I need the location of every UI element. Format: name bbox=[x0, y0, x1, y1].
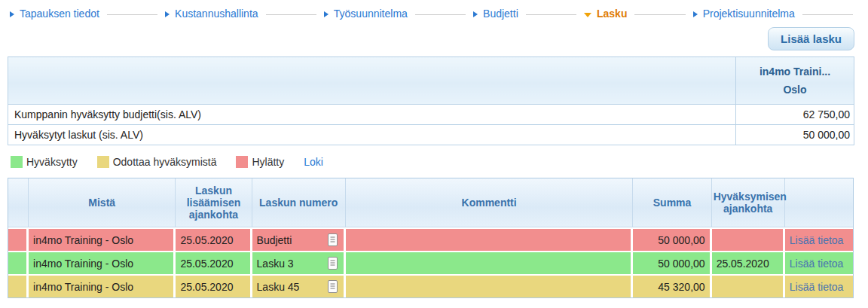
summary-row-approved-invoices: Hyväksytyt laskut (sis. ALV) 50 000,00 bbox=[8, 125, 854, 145]
chevron-right-icon bbox=[10, 11, 14, 17]
invoice-comment bbox=[346, 251, 634, 274]
summary-row-budget: Kumppanin hyväksytty budjetti(sis. ALV) … bbox=[8, 105, 854, 125]
invoice-row-approved: in4mo Training - Oslo 25.05.2020 Lasku 3… bbox=[8, 251, 853, 274]
tab-tapauksen-tiedot[interactable]: Tapauksen tiedot bbox=[10, 8, 99, 20]
invoice-number: Budjetti bbox=[257, 234, 292, 246]
legend-swatch-rejected-icon bbox=[236, 156, 248, 168]
invoice-added-date: 25.05.2020 bbox=[176, 251, 252, 274]
invoice-row-pending: in4mo Training - Oslo 25.05.2020 Lasku 4… bbox=[8, 274, 853, 297]
add-invoice-button[interactable]: Lisää lasku bbox=[768, 27, 854, 50]
tab-budjetti[interactable]: Budjetti bbox=[473, 8, 518, 20]
invoice-sum: 50 000,00 bbox=[633, 227, 711, 251]
invoice-row-rejected: in4mo Training - Oslo 25.05.2020 Budjett… bbox=[8, 227, 853, 251]
invoice-number-cell: Lasku 45 bbox=[252, 274, 346, 297]
chevron-right-icon bbox=[473, 11, 478, 17]
invoice-comment bbox=[346, 227, 634, 251]
invoice-from: in4mo Training - Oslo bbox=[29, 274, 176, 297]
header-comment: Kommentti bbox=[346, 178, 634, 227]
tab-label: Projektisuunnitelma bbox=[703, 8, 795, 20]
status-strip bbox=[8, 274, 29, 297]
tab-lasku-active[interactable]: Lasku bbox=[584, 8, 627, 20]
invoice-actions-cell: Lisää tietoa bbox=[785, 251, 853, 274]
tab-separator-line bbox=[107, 14, 157, 15]
tab-projektisuunnitelma[interactable]: Projektisuunnitelma bbox=[693, 8, 795, 20]
invoice-document-icon[interactable] bbox=[328, 233, 338, 246]
invoice-approved-date: 25.05.2020 bbox=[712, 251, 785, 274]
invoice-approved-date bbox=[712, 227, 785, 251]
chevron-right-icon bbox=[324, 11, 329, 17]
invoice-number: Lasku 45 bbox=[257, 281, 300, 293]
tab-separator-line bbox=[266, 14, 316, 15]
invoice-comment bbox=[346, 274, 634, 297]
tab-separator-line bbox=[415, 14, 466, 15]
summary-row-label: Kumppanin hyväksytty budjetti(sis. ALV) bbox=[8, 105, 736, 125]
tab-tyosuunnitelma[interactable]: Työsuunnitelma bbox=[324, 8, 408, 20]
header-invoice-number: Laskun numero bbox=[252, 178, 346, 227]
legend-label-rejected: Hylätty bbox=[252, 156, 284, 168]
legend-swatch-approved-icon bbox=[11, 156, 23, 168]
invoice-document-icon[interactable] bbox=[328, 280, 338, 293]
tab-kustannushallinta[interactable]: Kustannushallinta bbox=[165, 8, 258, 20]
invoice-number-cell: Lasku 3 bbox=[252, 251, 346, 274]
tab-label: Tapauksen tiedot bbox=[20, 8, 99, 20]
invoice-table-container: Mistä Laskun lisäämisen ajankohta Laskun… bbox=[8, 178, 854, 298]
invoice-number-cell: Budjetti bbox=[252, 227, 346, 251]
invoice-actions-cell: Lisää tietoa bbox=[785, 274, 853, 297]
invoice-from: in4mo Training - Oslo bbox=[29, 251, 176, 274]
header-status bbox=[8, 178, 29, 227]
invoice-table: Mistä Laskun lisäämisen ajankohta Laskun… bbox=[8, 178, 853, 297]
summary-row-value: 50 000,00 bbox=[736, 125, 854, 145]
partner-name-truncated: in4mo Traini... bbox=[737, 63, 853, 81]
invoice-details-link[interactable]: Lisää tietoa bbox=[790, 234, 844, 246]
legend-label-approved: Hyväksytty bbox=[26, 156, 78, 168]
partner-city: Oslo bbox=[737, 81, 853, 99]
header-sum: Summa bbox=[633, 178, 711, 227]
tab-separator-line bbox=[634, 14, 685, 15]
log-link[interactable]: Loki bbox=[304, 156, 323, 168]
invoice-from: in4mo Training - Oslo bbox=[29, 227, 176, 251]
invoice-document-icon[interactable] bbox=[328, 257, 338, 270]
tab-label: Lasku bbox=[597, 8, 627, 20]
chevron-right-icon bbox=[165, 11, 170, 17]
invoice-details-link[interactable]: Lisää tietoa bbox=[790, 258, 844, 270]
invoice-header-row: Mistä Laskun lisäämisen ajankohta Laskun… bbox=[8, 178, 853, 227]
header-actions bbox=[785, 178, 853, 227]
legend-label-pending: Odottaa hyväksymistä bbox=[113, 156, 217, 168]
budget-summary-table: in4mo Traini... Oslo Kumppanin hyväksytt… bbox=[8, 56, 854, 145]
invoice-approved-date bbox=[712, 274, 785, 297]
chevron-right-icon bbox=[693, 11, 698, 17]
invoice-number: Lasku 3 bbox=[257, 258, 294, 270]
status-strip bbox=[8, 227, 29, 251]
header-added-date: Laskun lisäämisen ajankohta bbox=[176, 178, 252, 227]
invoice-sum: 45 320,00 bbox=[633, 274, 711, 297]
summary-row-label: Hyväksytyt laskut (sis. ALV) bbox=[8, 125, 736, 145]
invoice-added-date: 25.05.2020 bbox=[176, 227, 252, 251]
invoice-actions-cell: Lisää tietoa bbox=[785, 227, 853, 251]
summary-row-value: 62 750,00 bbox=[736, 105, 854, 125]
header-approved-date: Hyväksymisen ajankohta bbox=[712, 178, 785, 227]
toolbar: Lisää lasku bbox=[0, 21, 868, 50]
tab-separator-line bbox=[802, 14, 853, 15]
invoice-details-link[interactable]: Lisää tietoa bbox=[790, 281, 844, 293]
status-strip bbox=[8, 251, 29, 274]
tab-label: Työsuunnitelma bbox=[334, 8, 408, 20]
status-legend: Hyväksytty Odottaa hyväksymistä Hylätty … bbox=[11, 155, 868, 169]
invoice-sum: 50 000,00 bbox=[633, 251, 711, 274]
tab-bar: Tapauksen tiedot Kustannushallinta Työsu… bbox=[0, 0, 868, 21]
tab-label: Budjetti bbox=[483, 8, 518, 20]
invoice-added-date: 25.05.2020 bbox=[176, 274, 252, 297]
tab-separator-line bbox=[526, 14, 576, 15]
chevron-down-icon bbox=[584, 13, 591, 17]
summary-header-empty bbox=[8, 57, 736, 105]
summary-header-row: in4mo Traini... Oslo bbox=[8, 57, 854, 105]
header-from: Mistä bbox=[29, 178, 176, 227]
tab-label: Kustannushallinta bbox=[175, 8, 258, 20]
legend-swatch-pending-icon bbox=[97, 156, 109, 168]
summary-header-partner: in4mo Traini... Oslo bbox=[736, 57, 854, 105]
